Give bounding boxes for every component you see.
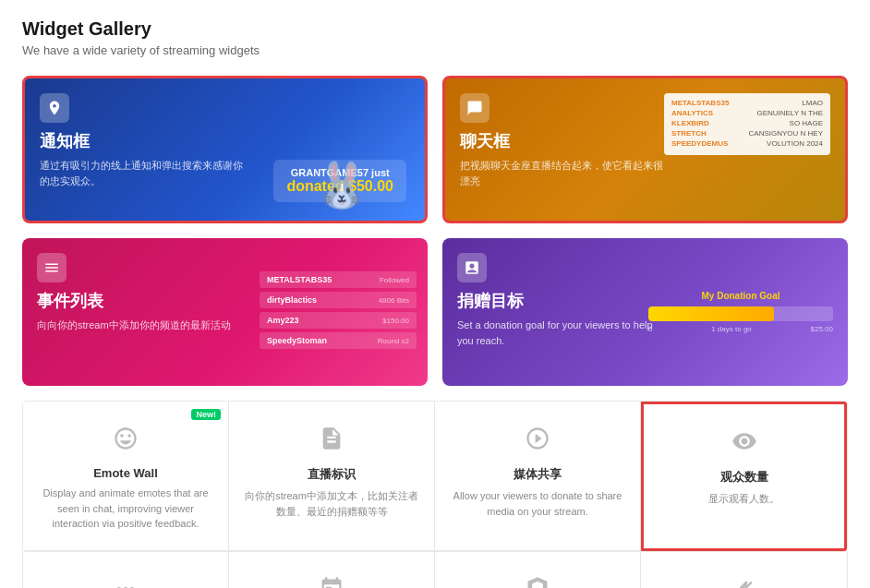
goal-label: My Donation Goal — [648, 291, 833, 301]
small-card-follower-goal[interactable]: 追随者目标 Set a follower goal for your viewe… — [229, 552, 435, 589]
small-card-tip-ticker[interactable]: Tip Ticker Show off your most recent tip… — [23, 552, 229, 589]
small-card-emote-wall[interactable]: New! Emote Wall Display and animate emot… — [23, 402, 229, 551]
small-grid-row2: Tip Ticker Show off your most recent tip… — [22, 552, 848, 589]
small-card-stream-labels[interactable]: 直播标识 向你的stream中添加文本，比如关注者数量、最近的捐赠额等等 — [229, 402, 435, 551]
follower-goal-icon — [313, 570, 350, 589]
small-card-media-share[interactable]: 媒体共享 Allow your viewers to donate to sha… — [435, 402, 641, 551]
stream-boss-icon — [726, 570, 763, 589]
alert-box-icon — [40, 93, 69, 123]
goal-days: 1 days to go — [711, 325, 752, 333]
goal-meta: 0 1 days to go $25.00 — [648, 325, 833, 333]
donation-goal-icon — [457, 253, 487, 282]
tip-ticker-icon — [107, 570, 144, 589]
small-card-viewer-count[interactable]: 观众数量 显示观看人数。 — [641, 402, 847, 551]
stream-labels-name: 直播标识 — [308, 466, 356, 483]
small-card-mini-games[interactable]: 小奖罐 存钱罐可以赢取Bits、打赏等。 — [435, 552, 641, 589]
emote-wall-desc: Display and animate emotes that are seen… — [38, 486, 213, 532]
alert-box-name: 通知框 — [40, 130, 410, 152]
stream-labels-desc: 向你的stream中添加文本，比如关注者数量、最近的捐赠额等等 — [244, 488, 419, 519]
alert-character: 🐰 — [314, 160, 369, 211]
goal-bar-fill — [648, 306, 774, 321]
goal-amount: $25.00 — [811, 325, 833, 333]
small-card-stream-boss[interactable]: 直播头目 Give your viewers the opportunity t… — [641, 552, 847, 589]
featured-card-chat-box[interactable]: 聊天框 把视频聊天金座直播结合起来，使它看起来很漂亮 METALSTABS35L… — [442, 76, 848, 223]
mini-games-icon — [519, 570, 556, 589]
event-list-icon — [37, 253, 66, 282]
media-share-desc: Allow your viewers to donate to share me… — [450, 488, 625, 519]
featured-card-donation-goal[interactable]: 捐赠目标 Set a donation goal for your viewer… — [442, 238, 848, 386]
media-share-icon — [519, 420, 556, 457]
event-list-desc: 向向你的stream中添加你的频道的最新活动 — [37, 318, 244, 333]
chat-box-desc: 把视频聊天金座直播结合起来，使它看起来很漂亮 — [460, 158, 664, 188]
emote-wall-icon — [107, 420, 144, 457]
alert-box-desc: 通过有吸引力的线上通知和弹出搜索来感谢你的忠实观众。 — [40, 158, 244, 188]
new-badge: New! — [191, 409, 221, 420]
featured-card-alert-box[interactable]: 通知框 通过有吸引力的线上通知和弹出搜索来感谢你的忠实观众。 GRANTGAME… — [22, 76, 428, 223]
goal-start: 0 — [648, 325, 652, 333]
emote-wall-name: Emote Wall — [93, 466, 158, 480]
featured-card-event-list[interactable]: 事件列表 向向你的stream中添加你的频道的最新活动 METALSTABS35… — [22, 238, 428, 386]
featured-grid: 通知框 通过有吸引力的线上通知和弹出搜索来感谢你的忠实观众。 GRANTGAME… — [22, 76, 848, 386]
chat-overlay: METALSTABS35LMAO ANALYTICSGENUINELY N TH… — [664, 93, 830, 155]
viewer-count-name: 观众数量 — [720, 469, 768, 486]
page-title: Widget Gallery — [22, 18, 848, 40]
viewer-count-icon — [726, 423, 763, 460]
media-share-name: 媒体共享 — [514, 466, 562, 483]
small-grid-row1: New! Emote Wall Display and animate emot… — [22, 401, 848, 552]
goal-overlay: My Donation Goal 0 1 days to go $25.00 — [648, 291, 833, 333]
goal-bar-bg — [648, 306, 833, 321]
page-subtitle: We have a wide variety of streaming widg… — [22, 43, 848, 57]
stream-labels-icon — [313, 420, 350, 457]
viewer-count-desc: 显示观看人数。 — [708, 491, 779, 507]
events-overlay: METALSTABS35Followed dirtyBlactics4806 B… — [260, 271, 417, 353]
chat-box-icon — [460, 93, 489, 123]
donation-goal-desc: Set a donation goal for your viewers to … — [457, 318, 664, 348]
